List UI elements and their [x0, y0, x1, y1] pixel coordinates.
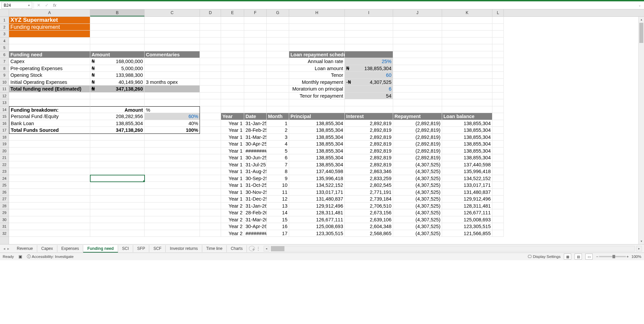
cell-L30[interactable] — [492, 216, 504, 223]
cell-B20[interactable] — [90, 148, 145, 155]
sheet-tab-scf[interactable]: SCF — [149, 245, 166, 252]
cell-K25[interactable]: 133,017,171 — [442, 182, 492, 189]
add-sheet-button[interactable]: + — [249, 246, 255, 251]
cell-E29[interactable]: Year 2 — [221, 209, 244, 216]
col-header-I[interactable]: I — [345, 9, 393, 16]
cell-G31[interactable]: 16 — [267, 223, 289, 230]
cell-G22[interactable]: 7 — [267, 161, 289, 168]
cell-F26[interactable]: 30-Nov-25 — [244, 189, 267, 196]
cell-C30[interactable] — [145, 216, 200, 223]
cell-A16[interactable]: Bank Loan — [9, 120, 90, 127]
cell-C32[interactable] — [145, 230, 200, 237]
sheet-tab-revenue[interactable]: Revenue — [13, 245, 37, 252]
cell-K14[interactable] — [442, 106, 492, 113]
cell-B2[interactable] — [90, 24, 145, 31]
cell-B11[interactable]: ₦347,138,260 — [90, 86, 145, 93]
row-header-17[interactable]: 17 — [0, 127, 9, 134]
cell-A20[interactable] — [9, 148, 90, 155]
cell-A23[interactable] — [9, 168, 90, 175]
cell-J9[interactable] — [393, 72, 442, 79]
cell-L32[interactable] — [492, 230, 504, 237]
cell-G21[interactable]: 6 — [267, 154, 289, 161]
cell-J4[interactable] — [393, 38, 442, 45]
name-box-dropdown-icon[interactable]: ▾ — [28, 4, 30, 7]
display-settings-button[interactable]: 🖵 Display Settings — [528, 255, 560, 259]
cell-B26[interactable] — [90, 189, 145, 196]
cell-H29[interactable]: 128,311,481 — [289, 209, 345, 216]
cell-H28[interactable]: 129,912,496 — [289, 203, 345, 210]
cell-E8[interactable] — [221, 65, 244, 72]
cell-L4[interactable] — [492, 38, 504, 45]
cell-D5[interactable] — [200, 44, 221, 51]
macro-record-icon[interactable]: ▣ — [18, 254, 22, 259]
cell-K26[interactable]: 131,480,837 — [442, 189, 492, 196]
col-header-G[interactable]: G — [267, 9, 289, 16]
cell-I8[interactable]: ₦138,855,304 — [345, 65, 393, 72]
cell-H5[interactable] — [289, 44, 345, 51]
cell-H4[interactable] — [289, 38, 345, 45]
row-header-16[interactable]: 16 — [0, 120, 9, 127]
cell-D23[interactable] — [200, 168, 221, 175]
cell-L28[interactable] — [492, 203, 504, 210]
cell-A24[interactable] — [9, 175, 90, 182]
cell-A27[interactable] — [9, 196, 90, 203]
cell-K19[interactable]: 138,855,304 — [442, 141, 492, 148]
cell-K18[interactable]: 138,855,304 — [442, 134, 492, 141]
select-all-triangle[interactable] — [0, 9, 9, 17]
cell-E1[interactable] — [221, 17, 244, 24]
cell-L8[interactable] — [492, 65, 504, 72]
cell-D30[interactable] — [200, 216, 221, 223]
cell-E3[interactable] — [221, 31, 244, 38]
cell-H3[interactable] — [289, 31, 345, 38]
cells-area[interactable]: XYZ SupermarketFunding requirementFundin… — [9, 17, 644, 237]
cell-B29[interactable] — [90, 209, 145, 216]
cell-G15[interactable]: Month — [267, 113, 289, 120]
cell-K11[interactable] — [442, 86, 492, 93]
cell-C29[interactable] — [145, 209, 200, 216]
cell-B27[interactable] — [90, 196, 145, 203]
row-header-20[interactable]: 20 — [0, 148, 9, 155]
cell-D29[interactable] — [200, 209, 221, 216]
cell-L22[interactable] — [492, 161, 504, 168]
cell-B23[interactable] — [90, 168, 145, 175]
cell-H23[interactable]: 137,440,598 — [289, 168, 345, 175]
cell-H1[interactable] — [289, 17, 345, 24]
cell-H17[interactable]: 138,855,304 — [289, 127, 345, 134]
cell-F23[interactable]: 31-Aug-25 — [244, 168, 267, 175]
cell-C21[interactable] — [145, 154, 200, 161]
cell-E10[interactable] — [221, 79, 244, 86]
view-page-break-button[interactable]: ▭ — [585, 254, 593, 260]
cell-K27[interactable]: 129,912,496 — [442, 196, 492, 203]
cell-L15[interactable] — [492, 113, 504, 120]
cell-I16[interactable]: 2,892,819 — [345, 120, 393, 127]
cell-L19[interactable] — [492, 141, 504, 148]
cell-G29[interactable]: 14 — [267, 209, 289, 216]
cell-L12[interactable] — [492, 93, 504, 100]
cell-F24[interactable]: 30-Sep-25 — [244, 175, 267, 182]
cell-K8[interactable] — [442, 65, 492, 72]
row-header-8[interactable]: 8 — [0, 65, 9, 72]
cell-E16[interactable]: Year 1 — [221, 120, 244, 127]
sheet-tab-funding-need[interactable]: Funding need — [83, 245, 118, 253]
cell-J11[interactable] — [393, 86, 442, 93]
cell-B15[interactable]: 208,282,956 — [90, 113, 145, 120]
cell-C23[interactable] — [145, 168, 200, 175]
sheet-tab-expenses[interactable]: Expenses — [57, 245, 84, 252]
col-header-A[interactable]: A — [9, 9, 90, 16]
cell-L13[interactable] — [492, 99, 504, 106]
cell-I26[interactable]: 2,771,191 — [345, 189, 393, 196]
cell-J30[interactable]: (4,307,525) — [393, 216, 442, 223]
row-header-5[interactable]: 5 — [0, 44, 9, 51]
cell-J22[interactable]: (4,307,525) — [393, 161, 442, 168]
col-header-B[interactable]: B — [90, 9, 145, 16]
cell-I18[interactable]: 2,892,819 — [345, 134, 393, 141]
expand-formula-bar-icon[interactable]: ⌄ — [637, 3, 643, 7]
row-header-31[interactable]: 31 — [0, 223, 9, 230]
cell-B18[interactable] — [90, 134, 145, 141]
cell-L29[interactable] — [492, 209, 504, 216]
cell-B32[interactable] — [90, 230, 145, 237]
col-header-H[interactable]: H — [289, 9, 345, 16]
cell-C26[interactable] — [145, 189, 200, 196]
cell-K9[interactable] — [442, 72, 492, 79]
row-header-25[interactable]: 25 — [0, 182, 9, 189]
